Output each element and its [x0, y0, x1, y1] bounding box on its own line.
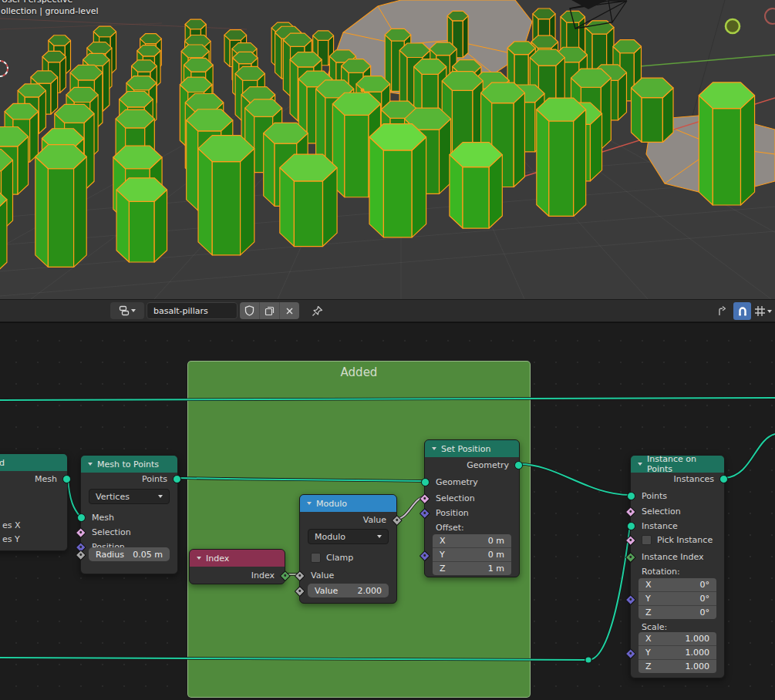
node-tree-type-selector[interactable]	[110, 302, 144, 319]
field-label: Value	[315, 586, 338, 596]
checkbox-label: Clamp	[326, 553, 353, 563]
node-header[interactable]: Modulo	[300, 495, 396, 512]
vector-xyz-field[interactable]: X0 mY0 mZ1 m	[433, 534, 511, 575]
node-index[interactable]: IndexIndex	[189, 549, 285, 584]
fake-user-shield-button[interactable]	[240, 302, 259, 319]
static-label: es X	[0, 518, 67, 532]
node-header[interactable]: Set Position	[425, 440, 519, 457]
row-output-geometry: Geometry	[425, 458, 519, 472]
node-link	[520, 464, 630, 495]
axis-value: 0°	[700, 580, 710, 590]
snap-toggle-button[interactable]	[733, 302, 751, 320]
row-input-position: Position	[425, 506, 519, 520]
label-text: Rotation:	[631, 567, 680, 577]
viewport-perspective-label: User Perspective	[2, 0, 72, 5]
3d-viewport[interactable]: User Perspective ollection | ground-leve…	[0, 0, 775, 299]
xyz-row-x[interactable]: X0°	[639, 578, 716, 591]
chevron-down-icon	[377, 535, 382, 538]
socket-vector[interactable]	[625, 594, 635, 604]
xyz-row-z[interactable]: Z1.000	[639, 659, 716, 673]
row-output-mesh: Mesh	[0, 472, 67, 486]
socket-geometry[interactable]	[627, 492, 635, 500]
node-header[interactable]: Index	[190, 550, 285, 567]
socket-geometry[interactable]	[514, 461, 523, 469]
hex-pillar	[699, 82, 754, 205]
row-input-points: Points	[631, 489, 724, 503]
xyz-row-y[interactable]: Y0 m	[433, 547, 511, 561]
axis-value: 0 m	[488, 550, 504, 560]
checkbox-row-pick-instance: Pick Instance	[631, 533, 724, 547]
xyz-row-z[interactable]: Z1 m	[433, 561, 511, 575]
go-to-parent-button[interactable]	[713, 303, 730, 320]
socket-geometry[interactable]	[173, 475, 181, 483]
axis-value: 1.000	[686, 634, 710, 644]
socket-geometry[interactable]	[62, 475, 71, 483]
checkbox[interactable]	[642, 535, 652, 545]
node-set-position[interactable]: Set PositionGeometryGeometrySelectionPos…	[424, 439, 520, 577]
axis-value: 0°	[700, 607, 710, 618]
axis-value: 1.000	[686, 661, 710, 671]
dropdown-modulo[interactable]: Modulo	[308, 529, 389, 544]
viewport-scene	[0, 0, 775, 299]
duplicate-icon	[265, 306, 275, 316]
dropdown-vertices[interactable]: Vertices	[89, 489, 170, 504]
node-title: Modulo	[316, 499, 347, 509]
value-field-value[interactable]: Value2.000	[308, 584, 389, 597]
label-text: es X	[0, 520, 21, 530]
collapse-chevron-icon[interactable]	[88, 463, 93, 466]
axis-label: Z	[645, 661, 652, 671]
collapse-chevron-icon[interactable]	[197, 557, 201, 560]
pin-icon	[312, 305, 323, 317]
node-tree-name-input[interactable]	[147, 302, 238, 319]
dropdown-value: Modulo	[315, 532, 345, 542]
socket-vector[interactable]	[625, 648, 635, 658]
node-grid[interactable]: dMeshes Xes Y	[0, 453, 68, 551]
xyz-row-y[interactable]: Y0°	[639, 591, 716, 605]
header-right-icons	[713, 302, 772, 320]
input-label: Points	[631, 491, 667, 501]
axis-value: 0°	[700, 594, 710, 604]
value-field-radius[interactable]: Radius0.05 m	[89, 547, 170, 561]
geometry-node-editor[interactable]: Added dMeshes Xes YMesh to PointsPointsV…	[0, 323, 775, 700]
xyz-row-x[interactable]: X0 m	[433, 534, 511, 547]
collapse-chevron-icon[interactable]	[638, 463, 642, 466]
node-link-outline	[520, 464, 630, 495]
chevron-down-icon	[767, 310, 772, 313]
reroute-node[interactable]	[585, 657, 591, 663]
node-modulo[interactable]: ModuloValueModuloClampValueValue2.000	[299, 494, 397, 604]
new-copy-button[interactable]	[259, 302, 279, 319]
vector-xyz-field[interactable]: X1.000Y1.000Z1.000	[639, 632, 716, 673]
socket-geometry[interactable]	[421, 478, 430, 486]
xyz-row-y[interactable]: Y1.000	[639, 645, 716, 659]
checkbox[interactable]	[311, 553, 321, 563]
row-output-value: Value	[300, 513, 396, 527]
collapse-chevron-icon[interactable]	[307, 502, 312, 505]
close-icon	[285, 307, 294, 315]
node-header[interactable]: d	[0, 454, 67, 471]
field-value: 0.05 m	[133, 550, 163, 560]
pin-button[interactable]	[308, 302, 325, 319]
row-input-selection: Selection	[425, 491, 519, 505]
collapse-chevron-icon[interactable]	[432, 447, 436, 450]
light-object[interactable]	[726, 19, 740, 33]
node-header[interactable]: Instance on Points	[631, 456, 724, 473]
node-instance-on-points[interactable]: Instance on PointsInstancesPointsSelecti…	[630, 455, 725, 678]
hex-pillar	[116, 178, 167, 262]
node-link	[588, 525, 630, 660]
output-label: Mesh	[0, 474, 67, 484]
xyz-row-z[interactable]: Z0°	[639, 605, 716, 619]
node-header[interactable]: Mesh to Points	[81, 456, 177, 473]
socket-geometry[interactable]	[77, 513, 86, 522]
node-mesh-to-points[interactable]: Mesh to PointsPointsVerticesMeshSelectio…	[80, 455, 178, 574]
socket-geometry[interactable]	[719, 475, 728, 483]
xyz-row-x[interactable]: X1.000	[639, 632, 716, 645]
checkbox-label: Pick Instance	[657, 535, 713, 545]
snap-settings-button[interactable]	[754, 305, 772, 317]
vector-xyz-field[interactable]: X0°Y0°Z0°	[639, 578, 716, 619]
magnet-icon	[737, 306, 748, 317]
chevron-down-icon	[158, 495, 163, 498]
node-title: Mesh to Points	[97, 459, 159, 469]
socket-geometry[interactable]	[627, 522, 635, 530]
label-text: Scale:	[631, 622, 667, 632]
unlink-button[interactable]	[279, 302, 299, 319]
